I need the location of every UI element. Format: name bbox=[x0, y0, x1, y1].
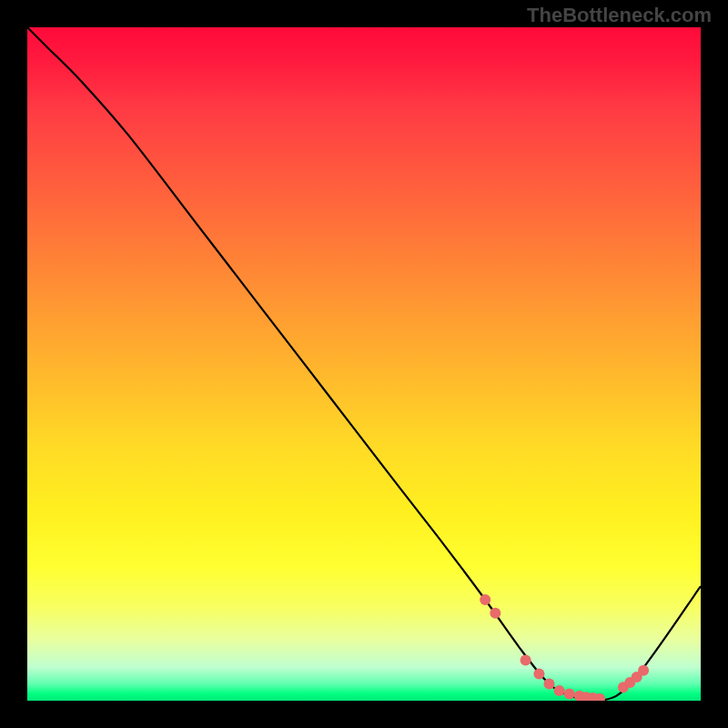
chart-plot-area bbox=[27, 27, 701, 701]
bottleneck-curve-line bbox=[27, 27, 701, 701]
marker-point bbox=[533, 668, 544, 679]
marker-point bbox=[490, 608, 500, 619]
watermark-text: TheBottleneck.com bbox=[527, 4, 712, 27]
marker-point bbox=[544, 679, 555, 690]
marker-group bbox=[480, 594, 649, 701]
marker-point bbox=[521, 655, 531, 666]
marker-point bbox=[554, 685, 565, 696]
chart-svg bbox=[27, 27, 701, 701]
marker-point bbox=[480, 594, 490, 605]
marker-point bbox=[564, 689, 575, 700]
marker-point bbox=[638, 665, 649, 676]
